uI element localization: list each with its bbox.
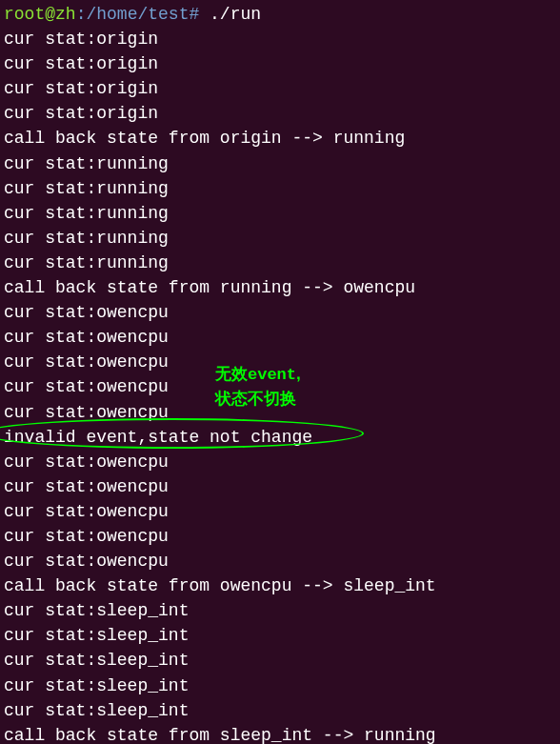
output-line: cur stat:owencpu [4, 499, 556, 524]
output-line: cur stat:owencpu [4, 325, 556, 350]
output-line: cur stat:running [4, 251, 556, 275]
output-line: cur stat:origin [4, 76, 556, 101]
prompt-command: ./run [199, 5, 261, 24]
output-line: cur stat:origin [4, 27, 556, 51]
output-line: cur stat:sleep_int [4, 623, 556, 648]
output-line: call back state from running --> owencpu [4, 275, 556, 300]
output-line: cur stat:running [4, 226, 556, 251]
prompt-user: root@zh [4, 5, 76, 24]
output-line: cur stat:owencpu [4, 474, 556, 499]
output-line: cur stat:owencpu [4, 524, 556, 549]
output-line: cur stat:owencpu [4, 549, 556, 573]
prompt-line: root@zh:/home/test# ./run [4, 2, 556, 27]
prompt-path: :/home/test# [76, 5, 200, 24]
annotation-line-1: 无效event, [215, 363, 301, 388]
output-line: cur stat:owencpu [4, 450, 556, 474]
output-line: cur stat:origin [4, 101, 556, 126]
output-line: cur stat:origin [4, 51, 556, 76]
output-line: cur stat:running [4, 201, 556, 226]
output-line: call back state from owencpu --> sleep_i… [4, 573, 556, 598]
output-line: cur stat:sleep_int [4, 598, 556, 623]
output-line: cur stat:running [4, 176, 556, 201]
output-line: call back state from origin --> running [4, 126, 556, 151]
output-line: call back state from sleep_int --> runni… [4, 723, 556, 744]
output-line: cur stat:sleep_int [4, 698, 556, 723]
annotation-text: 无效event, 状态不切换 [215, 363, 301, 411]
output-line: cur stat:sleep_int [4, 648, 556, 673]
output-line: invalid event,state not change [4, 425, 556, 450]
output-line: cur stat:owencpu [4, 300, 556, 325]
annotation-line-2: 状态不切换 [215, 388, 301, 412]
output-line: cur stat:running [4, 151, 556, 176]
output-line: cur stat:sleep_int [4, 674, 556, 698]
